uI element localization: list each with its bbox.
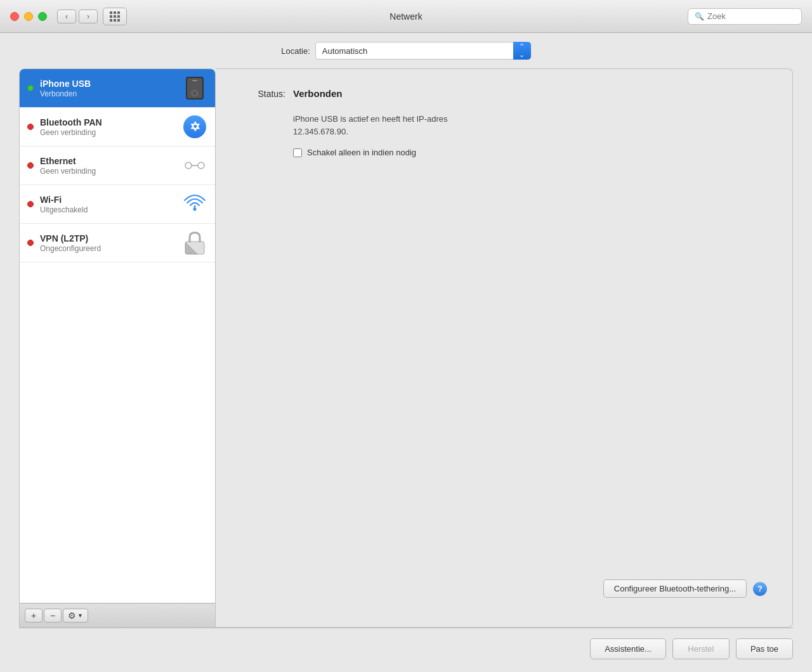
sidebar-item-vpn[interactable]: VPN (L2TP) Ongeconfigureerd xyxy=(20,224,215,262)
sidebar-item-name: iPhone USB xyxy=(40,79,182,89)
minimize-button[interactable] xyxy=(24,12,33,21)
chevron-down-icon: ▼ xyxy=(77,612,83,619)
ethernet-icon: ··· xyxy=(183,157,206,174)
search-icon: 🔍 xyxy=(695,12,704,21)
location-label: Locatie: xyxy=(281,46,310,56)
back-button[interactable]: ‹ xyxy=(57,10,76,23)
iphone-icon-container xyxy=(182,75,207,101)
traffic-lights xyxy=(10,12,47,21)
gear-icon: ⚙ xyxy=(68,611,76,621)
sidebar-item-status: Uitgeschakeld xyxy=(40,205,182,214)
sidebar-item-status: Ongeconfigureerd xyxy=(40,244,182,253)
iphone-icon xyxy=(186,77,204,100)
sidebar-item-status: Verbonden xyxy=(40,89,182,98)
status-dot-green xyxy=(27,85,34,91)
svg-text:···: ··· xyxy=(192,162,197,169)
gear-button[interactable]: ⚙ ▼ xyxy=(63,609,88,623)
sidebar-item-text: VPN (L2TP) Ongeconfigureerd xyxy=(40,233,182,253)
close-button[interactable] xyxy=(10,12,19,21)
sidebar-item-ethernet[interactable]: Ethernet Geen verbinding ··· xyxy=(20,146,215,185)
location-select-wrapper: Automatisch ⌃⌄ xyxy=(315,42,531,60)
sidebar-item-name: VPN (L2TP) xyxy=(40,233,182,243)
status-value: Verbonden xyxy=(293,88,343,99)
add-button[interactable]: + xyxy=(25,609,43,623)
sidebar-item-text: Ethernet Geen verbinding xyxy=(40,156,182,176)
ethernet-icon-container: ··· xyxy=(182,153,207,178)
sidebar-item-name: Wi-Fi xyxy=(40,195,182,205)
sidebar-item-bluetooth-pan[interactable]: Bluetooth PAN Geen verbinding ✡ xyxy=(20,108,215,146)
help-button[interactable]: ? xyxy=(753,582,767,596)
status-dot-red xyxy=(27,162,34,169)
sidebar-item-text: Bluetooth PAN Geen verbinding xyxy=(40,117,182,137)
window-title: Netwerk xyxy=(390,11,422,22)
sidebar-item-status: Geen verbinding xyxy=(40,167,182,176)
sidebar: iPhone USB Verbonden Bluetooth PAN Geen … xyxy=(19,68,216,628)
sidebar-list: iPhone USB Verbonden Bluetooth PAN Geen … xyxy=(20,69,215,603)
search-box: 🔍 xyxy=(688,8,802,25)
wifi-icon-container xyxy=(182,191,207,217)
sidebar-item-wifi[interactable]: Wi-Fi Uitgeschakeld xyxy=(20,185,215,224)
grid-icon xyxy=(110,11,120,22)
bluetooth-tether-row: Configureer Bluetooth-tethering... ? xyxy=(241,579,767,598)
detail-panel: Status: Verbonden iPhone USB is actief e… xyxy=(216,68,793,628)
sidebar-toolbar: + − ⚙ ▼ xyxy=(20,603,215,627)
svg-point-0 xyxy=(185,162,192,169)
svg-point-4 xyxy=(193,208,197,211)
checkbox-label: Schakel alleen in indien nodig xyxy=(307,148,416,157)
status-dot-red xyxy=(27,124,34,130)
detail-bottom: Configureer Bluetooth-tethering... ? xyxy=(241,579,767,608)
sidebar-item-name: Ethernet xyxy=(40,156,182,166)
sidebar-item-text: Wi-Fi Uitgeschakeld xyxy=(40,195,182,214)
forward-button[interactable]: › xyxy=(79,10,98,23)
schakel-alleen-checkbox[interactable] xyxy=(293,148,302,157)
main-content: iPhone USB Verbonden Bluetooth PAN Geen … xyxy=(0,68,812,628)
assistentie-button[interactable]: Assistentie... xyxy=(590,638,666,659)
location-bar: Locatie: Automatisch ⌃⌄ xyxy=(0,33,812,68)
nav-buttons: ‹ › xyxy=(57,10,98,23)
zoom-button[interactable] xyxy=(38,12,47,21)
checkbox-row: Schakel alleen in indien nodig xyxy=(293,148,767,157)
status-description: iPhone USB is actief en heeft het IP-adr… xyxy=(293,113,767,138)
sidebar-item-status: Geen verbinding xyxy=(40,128,182,137)
sidebar-item-text: iPhone USB Verbonden xyxy=(40,79,182,98)
status-row: Status: Verbonden xyxy=(241,88,767,99)
search-input[interactable] xyxy=(707,11,795,21)
tether-button[interactable]: Configureer Bluetooth-tethering... xyxy=(603,579,747,598)
herstel-button[interactable]: Herstel xyxy=(672,638,730,659)
bottom-bar: Assistentie... Herstel Pas toe xyxy=(0,628,812,672)
bluetooth-icon: ✡ xyxy=(183,115,206,138)
remove-button[interactable]: − xyxy=(44,609,62,623)
status-dot-red xyxy=(27,240,34,246)
grid-button[interactable] xyxy=(103,8,127,25)
titlebar: ‹ › Netwerk 🔍 xyxy=(0,0,812,33)
bluetooth-icon-container: ✡ xyxy=(182,114,207,139)
svg-point-1 xyxy=(198,162,204,169)
status-label: Status: xyxy=(241,88,285,99)
pas-toe-button[interactable]: Pas toe xyxy=(736,638,793,659)
location-select[interactable]: Automatisch xyxy=(315,42,531,60)
sidebar-item-iphone-usb[interactable]: iPhone USB Verbonden xyxy=(20,69,215,108)
sidebar-item-name: Bluetooth PAN xyxy=(40,117,182,127)
lock-icon-container xyxy=(182,230,207,255)
status-dot-red xyxy=(27,201,34,207)
